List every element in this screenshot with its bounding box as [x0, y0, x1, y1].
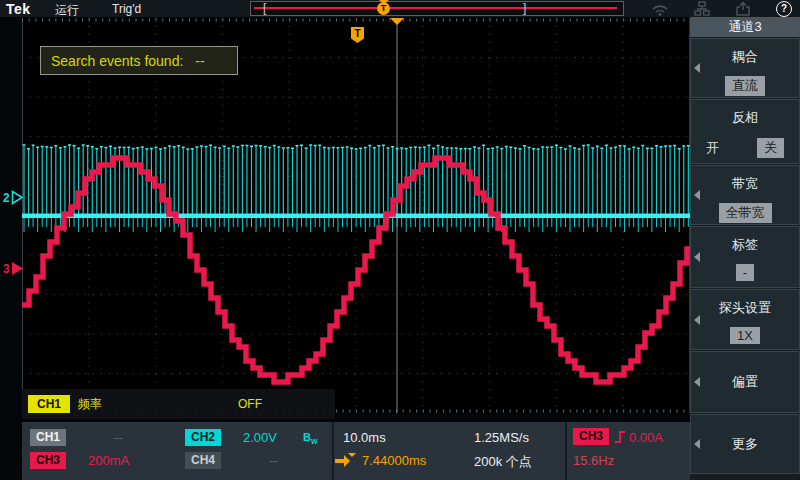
- waveform-svg: [22, 18, 690, 413]
- chevron-left-icon: [694, 377, 700, 387]
- ch2-scale-value: 2.00V: [243, 430, 277, 445]
- probe-1x-button[interactable]: 1X: [730, 327, 760, 344]
- status-bar: CH1 -- CH2 2.00V BW CH3 200mA CH4 -- 10.…: [22, 422, 690, 480]
- sidebar-title: 通道3: [690, 17, 800, 37]
- search-events-count: --: [195, 53, 204, 69]
- channel-menu-sidebar: 通道3 耦合 直流 反相 开 关 带宽 全带宽 标签 - 探头设置 1X: [690, 17, 800, 480]
- wifi-icon[interactable]: [651, 2, 669, 16]
- bandwidth-full-button[interactable]: 全带宽: [719, 203, 772, 223]
- delay-arrow-icon: [335, 453, 356, 467]
- search-events-banner: Search events found: --: [40, 46, 238, 75]
- label-label: 标签: [691, 236, 799, 254]
- label-value-button[interactable]: -: [736, 264, 754, 281]
- ch2-badge[interactable]: CH2: [185, 429, 221, 446]
- help-icon[interactable]: ?: [776, 1, 792, 17]
- ch1-scale-value: --: [114, 430, 123, 445]
- menu-section-coupling[interactable]: 耦合 直流: [690, 38, 800, 98]
- search-events-label: Search events found:: [51, 53, 183, 69]
- menu-section-label[interactable]: 标签 -: [690, 226, 800, 288]
- menu-section-offset[interactable]: 偏置: [690, 351, 800, 413]
- measurement-value: OFF: [238, 397, 262, 411]
- invert-on-option[interactable]: 开: [706, 139, 719, 157]
- horizontal-scale[interactable]: 10.0ms: [343, 430, 386, 445]
- menu-section-invert[interactable]: 反相 开 关: [690, 99, 800, 164]
- chevron-left-icon: [694, 63, 700, 73]
- chevron-left-icon: [694, 190, 700, 200]
- record-view-left-bracket: [: [263, 1, 266, 15]
- coupling-dc-button[interactable]: 直流: [725, 76, 765, 96]
- status-divider: [565, 422, 567, 480]
- offset-label: 偏置: [732, 373, 758, 391]
- chevron-left-icon: [694, 439, 700, 449]
- channel2-ground-marker[interactable]: 2: [3, 190, 24, 205]
- record-view-expansion-icon: [379, 0, 389, 4]
- channel3-marker-icon: [11, 261, 24, 276]
- more-label: 更多: [732, 435, 758, 453]
- top-bar: Tek 运行 Trig'd [ ] T: [0, 0, 800, 17]
- ch2-bandwidth-limit-icon: BW: [303, 431, 318, 445]
- acquisition-status: 运行: [55, 2, 79, 19]
- coupling-label: 耦合: [691, 48, 799, 66]
- trigger-status: Trig'd: [112, 2, 141, 16]
- bandwidth-label: 带宽: [691, 175, 799, 193]
- channel3-ground-marker[interactable]: 3: [3, 261, 24, 276]
- delay-time[interactable]: 7.44000ms: [362, 453, 426, 468]
- menu-section-probe-setup[interactable]: 探头设置 1X: [690, 289, 800, 350]
- network-icon[interactable]: [694, 1, 710, 16]
- trigger-frequency: 15.6Hz: [573, 453, 614, 468]
- invert-label: 反相: [691, 109, 799, 127]
- measurement-name: 频率: [78, 396, 102, 413]
- chevron-left-icon: [694, 315, 700, 325]
- ch4-scale-value: --: [269, 453, 278, 468]
- waveform-display[interactable]: [22, 18, 690, 413]
- measurement-bar: CH1 频率 OFF: [22, 389, 335, 419]
- sample-rate: 1.25MS/s: [474, 430, 529, 445]
- trigger-level: 0.00A: [629, 430, 663, 445]
- record-view-right-bracket: ]: [523, 1, 526, 15]
- channel2-marker-icon: [11, 190, 24, 205]
- record-view-bar[interactable]: [ ] T: [250, 1, 624, 16]
- tek-logo: Tek: [6, 1, 31, 17]
- ch3-badge[interactable]: CH3: [30, 452, 66, 469]
- record-length: 200k 个点: [474, 453, 532, 471]
- chevron-left-icon: [694, 252, 700, 262]
- invert-off-button[interactable]: 关: [757, 138, 784, 158]
- status-divider: [332, 422, 334, 480]
- oscilloscope-screen: Tek 运行 Trig'd [ ] T: [0, 0, 800, 480]
- expansion-point-icon[interactable]: [390, 18, 404, 25]
- measurement-channel-badge[interactable]: CH1: [28, 395, 70, 413]
- menu-section-more[interactable]: 更多: [690, 414, 800, 474]
- ch1-badge[interactable]: CH1: [30, 429, 66, 446]
- probe-setup-label: 探头设置: [691, 299, 799, 317]
- menu-section-bandwidth[interactable]: 带宽 全带宽: [690, 165, 800, 225]
- record-view-waveform-line: [254, 7, 617, 9]
- ch4-badge[interactable]: CH4: [185, 452, 221, 469]
- ch3-scale-value: 200mA: [88, 453, 129, 468]
- export-icon[interactable]: [735, 1, 751, 16]
- trigger-slope-icon: [614, 429, 626, 445]
- trigger-source-badge[interactable]: CH3: [573, 428, 609, 445]
